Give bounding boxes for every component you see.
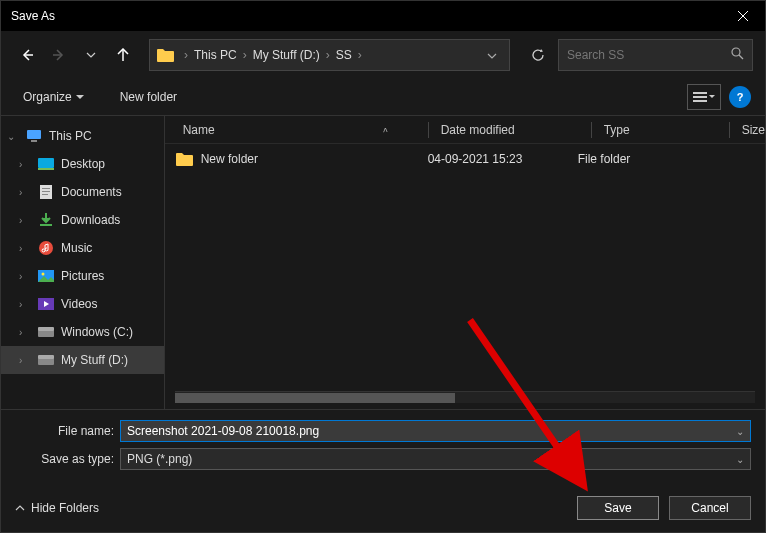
tree-item-videos[interactable]: › Videos [1, 290, 164, 318]
chevron-up-icon [15, 505, 25, 511]
recent-dropdown[interactable] [77, 41, 105, 69]
address-bar[interactable]: › This PC › My Stuff (D:) › SS › [149, 39, 510, 71]
new-folder-button[interactable]: New folder [112, 86, 185, 108]
column-header-size[interactable]: Size [742, 123, 765, 137]
chevron-down-icon [487, 53, 497, 59]
chevron-right-icon: › [241, 48, 249, 62]
file-row[interactable]: New folder 04-09-2021 15:23 File folder [165, 144, 765, 174]
hide-folders-button[interactable]: Hide Folders [15, 501, 99, 515]
titlebar: Save As [1, 1, 765, 31]
column-header-name[interactable]: Name ʌ [183, 123, 428, 137]
svg-rect-5 [31, 140, 37, 142]
chevron-down-icon: ⌄ [7, 131, 19, 142]
file-list[interactable]: New folder 04-09-2021 15:23 File folder [165, 144, 765, 391]
column-header-date[interactable]: Date modified [441, 123, 591, 137]
view-options-button[interactable] [687, 84, 721, 110]
svg-rect-18 [38, 327, 54, 331]
window-title: Save As [11, 9, 55, 23]
breadcrumb: This PC › My Stuff (D:) › SS › [190, 46, 364, 64]
search-input[interactable] [567, 48, 731, 62]
up-button[interactable] [109, 41, 137, 69]
svg-rect-19 [38, 358, 54, 365]
filename-input[interactable] [127, 424, 736, 438]
save-button[interactable]: Save [577, 496, 659, 520]
column-header-type[interactable]: Type [604, 123, 729, 137]
filetype-select[interactable]: PNG (*.png) ⌄ [120, 448, 751, 470]
chevron-down-icon[interactable]: ⌄ [736, 426, 744, 437]
folder-icon [175, 152, 193, 166]
file-date: 04-09-2021 15:23 [428, 152, 523, 166]
breadcrumb-drive[interactable]: My Stuff (D:) [249, 46, 324, 64]
tree-item-desktop[interactable]: › Desktop [1, 150, 164, 178]
svg-rect-3 [693, 100, 707, 102]
refresh-button[interactable] [522, 39, 554, 71]
column-headers: Name ʌ Date modified Type Size [165, 116, 765, 144]
action-bar: Hide Folders Save Cancel [1, 484, 765, 532]
svg-rect-4 [27, 130, 41, 139]
file-name: New folder [201, 152, 258, 166]
toolbar: Organize New folder ? [1, 79, 765, 115]
chevron-right-icon: › [324, 48, 332, 62]
organize-button[interactable]: Organize [15, 86, 92, 108]
question-icon: ? [737, 91, 744, 103]
chevron-right-icon: › [182, 48, 190, 62]
tree-item-downloads[interactable]: › Downloads [1, 206, 164, 234]
chevron-right-icon: › [19, 187, 31, 198]
close-button[interactable] [720, 1, 765, 31]
tree-item-music[interactable]: › Music [1, 234, 164, 262]
chevron-right-icon: › [356, 48, 364, 62]
filename-field-wrapper: ⌄ [120, 420, 751, 442]
sort-ascending-icon: ʌ [383, 125, 388, 134]
svg-rect-9 [42, 188, 50, 189]
horizontal-scrollbar[interactable] [175, 391, 755, 403]
tree-item-pictures[interactable]: › Pictures [1, 262, 164, 290]
arrow-up-icon [116, 48, 130, 62]
chevron-right-icon: › [19, 355, 31, 366]
caret-down-icon [76, 95, 84, 100]
arrow-left-icon [20, 48, 34, 62]
chevron-right-icon: › [19, 215, 31, 226]
chevron-right-icon: › [19, 327, 31, 338]
svg-rect-11 [42, 194, 48, 195]
chevron-right-icon: › [19, 243, 31, 254]
scrollbar-thumb[interactable] [175, 393, 455, 403]
arrow-right-icon [52, 48, 66, 62]
refresh-icon [531, 48, 545, 62]
bottom-panel: File name: ⌄ Save as type: PNG (*.png) ⌄ [1, 409, 765, 484]
main-area: ⌄ This PC › Desktop › Documents › Downlo… [1, 115, 765, 409]
search-icon [731, 47, 744, 63]
folder-icon [156, 47, 176, 63]
drive-icon [37, 324, 55, 340]
tree-item-drived[interactable]: › My Stuff (D:) [1, 346, 164, 374]
drive-icon [37, 352, 55, 368]
list-view-icon [693, 91, 707, 103]
search-box[interactable] [558, 39, 753, 71]
close-icon [738, 11, 748, 21]
documents-icon [37, 184, 55, 200]
breadcrumb-thispc[interactable]: This PC [190, 46, 241, 64]
back-button[interactable] [13, 41, 41, 69]
tree-item-documents[interactable]: › Documents [1, 178, 164, 206]
filetype-label: Save as type: [15, 452, 120, 466]
pictures-icon [37, 268, 55, 284]
svg-rect-6 [38, 158, 54, 168]
breadcrumb-folder[interactable]: SS [332, 46, 356, 64]
svg-point-0 [732, 48, 740, 56]
caret-down-icon [709, 95, 715, 99]
tree-item-drivec[interactable]: › Windows (C:) [1, 318, 164, 346]
videos-icon [37, 296, 55, 312]
navigation-tree: ⌄ This PC › Desktop › Documents › Downlo… [1, 116, 164, 409]
forward-button[interactable] [45, 41, 73, 69]
tree-item-thispc[interactable]: ⌄ This PC [1, 122, 164, 150]
address-dropdown[interactable] [481, 48, 503, 62]
help-button[interactable]: ? [729, 86, 751, 108]
chevron-down-icon: ⌄ [736, 454, 744, 465]
chevron-right-icon: › [19, 299, 31, 310]
svg-rect-17 [38, 330, 54, 337]
cancel-button[interactable]: Cancel [669, 496, 751, 520]
navigation-bar: › This PC › My Stuff (D:) › SS › [1, 31, 765, 79]
save-as-dialog: Save As › This PC › My Stuff (D:) [0, 0, 766, 533]
pc-icon [25, 128, 43, 144]
chevron-down-icon [86, 52, 96, 58]
svg-point-15 [42, 273, 45, 276]
